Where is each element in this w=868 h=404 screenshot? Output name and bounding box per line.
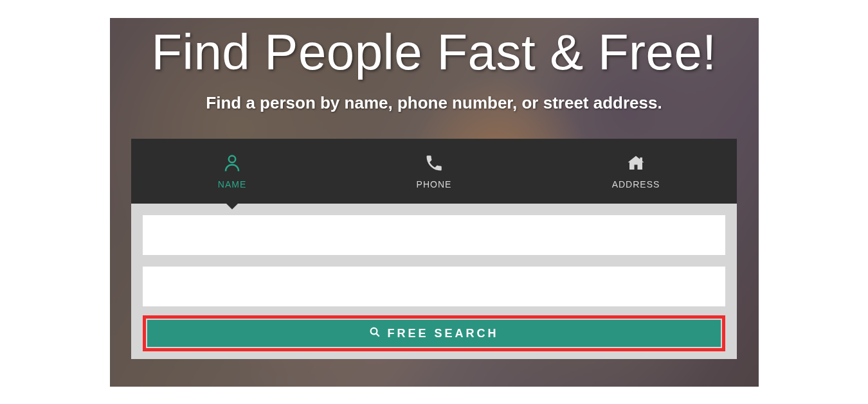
tab-phone-label: PHONE [417,179,452,189]
svg-line-2 [377,333,380,337]
hero-banner: Find People Fast & Free! Find a person b… [110,18,759,387]
free-search-button[interactable]: FREE SEARCH [147,320,721,347]
svg-point-1 [371,328,377,334]
tab-phone[interactable]: PHONE [333,139,535,204]
search-tabs: NAME PHONE ADDRESS [131,139,737,204]
home-icon [626,154,646,173]
hero-subtitle: Find a person by name, phone number, or … [110,93,759,113]
search-input-2[interactable] [143,267,725,306]
svg-point-0 [229,155,236,162]
tab-name[interactable]: NAME [131,139,333,204]
tab-address[interactable]: ADDRESS [535,139,737,204]
search-input-1[interactable] [143,215,725,255]
search-button-highlight: FREE SEARCH [143,315,725,351]
search-button-label: FREE SEARCH [387,327,498,340]
phone-icon [424,154,444,173]
tab-address-label: ADDRESS [612,179,660,189]
person-icon [222,154,242,173]
hero-title: Find People Fast & Free! [110,23,759,82]
search-icon [369,326,381,341]
tab-name-label: NAME [218,179,246,189]
search-form-panel: FREE SEARCH [131,204,737,359]
